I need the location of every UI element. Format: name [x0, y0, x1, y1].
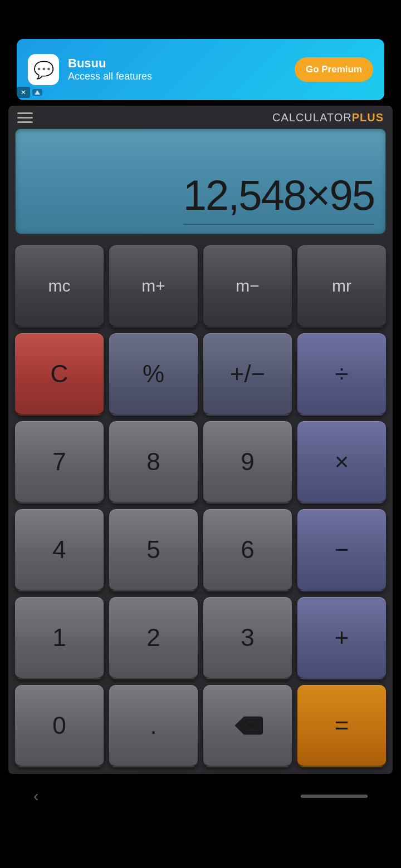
row-789: 7 8 9 × [15, 421, 386, 504]
bottom-nav: ‹ [0, 774, 401, 818]
backspace-icon [233, 714, 263, 737]
btn-9[interactable]: 9 [203, 421, 292, 504]
btn-8[interactable]: 8 [109, 421, 198, 504]
button-grid: mc m+ m− mr C % +/− ÷ 7 8 9 × 4 5 6 − 1 [8, 241, 393, 774]
btn-plusminus[interactable]: +/− [203, 333, 292, 416]
btn-3[interactable]: 3 [203, 597, 292, 679]
btn-0[interactable]: 0 [15, 685, 104, 767]
btn-plus[interactable]: + [297, 597, 386, 679]
function-row: C % +/− ÷ [15, 333, 386, 416]
display-underline [183, 224, 374, 225]
ad-brand-name: Busuu [68, 56, 286, 71]
brand-calc: CALCULATOR [272, 111, 352, 124]
btn-percent[interactable]: % [109, 333, 198, 416]
status-bar [0, 0, 401, 39]
ad-close-button[interactable]: ✕ [17, 87, 30, 98]
btn-mplus[interactable]: m+ [109, 245, 198, 328]
ad-text-block: Busuu Access all features [68, 56, 286, 83]
display-value: 12,548×95 [183, 171, 374, 219]
btn-4[interactable]: 4 [15, 509, 104, 591]
ad-cta-button[interactable]: Go Premium [295, 57, 373, 82]
menu-line-2 [17, 117, 33, 119]
btn-mc[interactable]: mc [15, 245, 104, 328]
row-0: 0 . = [15, 685, 386, 767]
btn-clear[interactable]: C [15, 333, 104, 416]
btn-7[interactable]: 7 [15, 421, 104, 504]
btn-1[interactable]: 1 [15, 597, 104, 679]
row-123: 1 2 3 + [15, 597, 386, 679]
ad-logo: 💬 [28, 54, 59, 85]
ad-logo-icon: 💬 [33, 60, 54, 80]
btn-mminus[interactable]: m− [203, 245, 292, 328]
menu-line-3 [17, 121, 33, 123]
menu-line-1 [17, 112, 33, 114]
row-456: 4 5 6 − [15, 509, 386, 591]
ad-close-area: ✕ [17, 87, 42, 98]
btn-5[interactable]: 5 [109, 509, 198, 591]
calc-header: CALCULATORPLUS [8, 106, 393, 129]
btn-minus[interactable]: − [297, 509, 386, 591]
brand-title: CALCULATORPLUS [272, 111, 384, 124]
calc-display: 12,548×95 [15, 129, 386, 234]
btn-multiply[interactable]: × [297, 421, 386, 504]
btn-6[interactable]: 6 [203, 509, 292, 591]
btn-backspace[interactable] [203, 685, 292, 767]
btn-equals[interactable]: = [297, 685, 386, 767]
btn-mr[interactable]: mr [297, 245, 386, 328]
memory-row: mc m+ m− mr [15, 245, 386, 328]
btn-2[interactable]: 2 [109, 597, 198, 679]
btn-dot[interactable]: . [109, 685, 198, 767]
btn-divide[interactable]: ÷ [297, 333, 386, 416]
calculator-app: CALCULATORPLUS 12,548×95 mc m+ m− mr C %… [8, 106, 393, 774]
back-button[interactable]: ‹ [33, 787, 38, 805]
brand-plus: PLUS [352, 111, 384, 124]
home-indicator[interactable] [301, 795, 368, 798]
ad-adchoices[interactable] [32, 89, 42, 96]
adchoices-icon [35, 90, 40, 95]
ad-banner: 💬 Busuu Access all features Go Premium ✕ [17, 39, 384, 100]
menu-icon[interactable] [17, 112, 33, 123]
ad-tagline: Access all features [68, 71, 286, 83]
